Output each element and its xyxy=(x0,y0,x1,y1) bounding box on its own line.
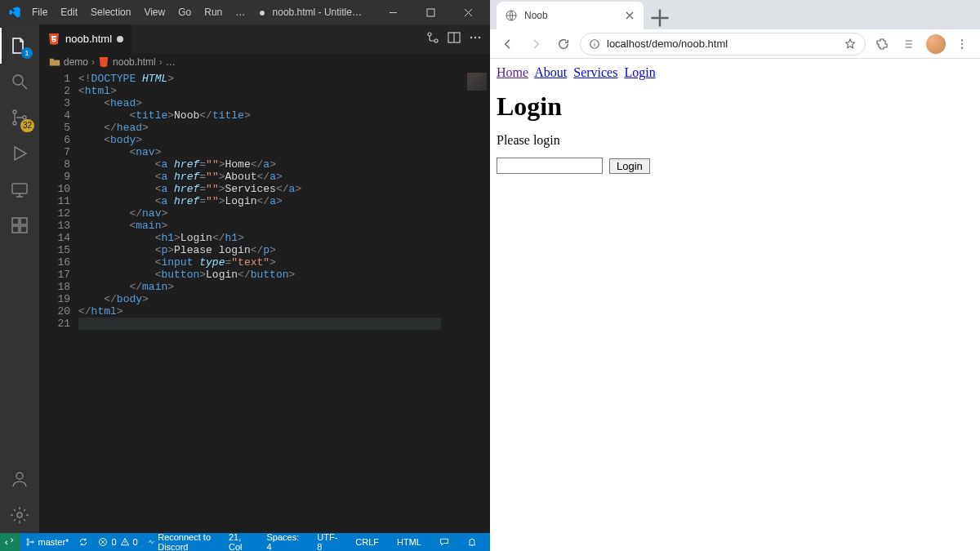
svg-point-16 xyxy=(474,37,476,38)
svg-point-27 xyxy=(961,47,963,48)
status-notifications-icon[interactable] xyxy=(462,537,482,547)
address-url: localhost/demo/noob.html xyxy=(607,38,728,50)
bookmark-star-icon[interactable] xyxy=(844,38,857,51)
menu-view[interactable]: View xyxy=(138,3,171,21)
status-problems[interactable]: 0 0 xyxy=(93,533,142,551)
svg-point-18 xyxy=(26,539,28,540)
profile-avatar[interactable] xyxy=(926,34,946,54)
activity-settings[interactable] xyxy=(0,497,39,533)
svg-point-20 xyxy=(31,541,33,543)
svg-rect-0 xyxy=(427,9,434,16)
vscode-window-controls xyxy=(374,0,487,24)
vscode-editor-group: noob.html demo › noob.html › … xyxy=(39,24,490,533)
split-editor-icon[interactable] xyxy=(448,31,461,47)
chrome-menu-icon[interactable] xyxy=(951,33,973,56)
vscode-main: 1 32 xyxy=(0,24,490,533)
html-file-icon xyxy=(98,56,109,68)
activity-search[interactable] xyxy=(0,64,39,100)
login-input[interactable] xyxy=(497,158,603,174)
login-button[interactable]: Login xyxy=(609,158,650,174)
menu-run[interactable]: Run xyxy=(198,3,228,21)
activity-source-control[interactable]: 32 xyxy=(0,100,39,136)
page-heading: Login xyxy=(497,91,973,122)
status-sync[interactable] xyxy=(74,533,93,551)
svg-point-12 xyxy=(428,33,431,36)
menu-selection[interactable]: Selection xyxy=(85,3,136,21)
page-paragraph: Please login xyxy=(497,133,973,148)
activity-extensions[interactable] xyxy=(0,207,39,243)
svg-point-19 xyxy=(26,544,28,545)
nav-back-button[interactable] xyxy=(497,33,519,56)
menu-edit[interactable]: Edit xyxy=(55,3,83,21)
vscode-window-title: noob.html - Untitled (Workspace) - Visua… xyxy=(252,7,374,18)
svg-point-3 xyxy=(13,122,16,125)
vscode-breadcrumbs[interactable]: demo › noob.html › … xyxy=(39,53,490,71)
status-branch[interactable]: master* xyxy=(20,533,74,551)
activity-scm-badge: 32 xyxy=(20,119,34,132)
close-icon[interactable] xyxy=(624,10,635,21)
svg-rect-9 xyxy=(20,226,27,233)
status-branch-label: master* xyxy=(38,537,69,547)
menu-more[interactable]: … xyxy=(229,3,252,21)
site-info-icon[interactable] xyxy=(589,38,600,50)
nav-link-services[interactable]: Services xyxy=(573,65,617,79)
minimize-button[interactable] xyxy=(374,0,412,24)
vscode-activity-bar: 1 32 xyxy=(0,24,39,533)
vscode-titlebar: FileEditSelectionViewGoRun… noob.html - … xyxy=(0,0,490,24)
more-actions-icon[interactable] xyxy=(469,31,482,47)
new-tab-button[interactable] xyxy=(648,7,671,29)
svg-point-15 xyxy=(470,37,472,38)
extensions-icon[interactable] xyxy=(871,33,893,56)
activity-remote-explorer[interactable] xyxy=(0,171,39,207)
status-discord[interactable]: Reconnect to Discord xyxy=(143,533,224,551)
status-feedback-icon[interactable] xyxy=(434,537,454,547)
status-encoding[interactable]: UTF-8 xyxy=(312,532,342,551)
svg-rect-5 xyxy=(12,184,27,193)
vscode-window-title-text: noob.html - Untitled (Workspace) - Visua… xyxy=(273,7,374,18)
svg-point-2 xyxy=(13,110,16,113)
nav-reload-button[interactable] xyxy=(552,33,575,56)
svg-point-1 xyxy=(13,75,23,85)
status-eol[interactable]: CRLF xyxy=(350,537,384,547)
menu-go[interactable]: Go xyxy=(172,3,197,21)
svg-rect-8 xyxy=(12,226,19,233)
browser-tab-title: Noob xyxy=(524,10,548,21)
nav-link-home[interactable]: Home xyxy=(497,65,528,79)
breadcrumb-more: … xyxy=(166,56,176,68)
activity-run-debug[interactable] xyxy=(0,136,39,171)
nav-link-about[interactable]: About xyxy=(534,65,567,79)
reading-list-icon[interactable] xyxy=(898,33,921,56)
modified-dot-icon xyxy=(260,11,265,16)
activity-account[interactable] xyxy=(0,461,39,497)
vscode-logo-icon xyxy=(8,6,21,19)
activity-explorer-badge: 1 xyxy=(21,47,33,59)
breadcrumb-file: noob.html xyxy=(113,56,156,68)
browser-tab-noob[interactable]: Noob xyxy=(497,2,644,29)
activity-explorer[interactable]: 1 xyxy=(0,28,39,64)
vscode-code-area[interactable]: 123456789101112131415161718192021 <!DOCT… xyxy=(39,71,490,533)
status-errors: 0 xyxy=(111,537,116,547)
html-file-icon xyxy=(47,33,60,46)
svg-rect-6 xyxy=(12,218,19,224)
nav-forward-button[interactable] xyxy=(524,33,547,56)
svg-point-26 xyxy=(961,42,963,44)
vscode-code[interactable]: <!DOCTYPE HTML><html> <head> <title>Noob… xyxy=(78,71,490,533)
modified-dot-icon xyxy=(117,36,123,42)
menu-file[interactable]: File xyxy=(26,3,53,21)
address-bar[interactable]: localhost/demo/noob.html xyxy=(580,33,866,56)
status-language[interactable]: HTML xyxy=(392,537,426,547)
nav-link-login[interactable]: Login xyxy=(624,65,655,79)
editor-tab-actions xyxy=(426,24,490,53)
chrome-toolbar: localhost/demo/noob.html xyxy=(490,29,980,59)
globe-icon xyxy=(505,9,518,22)
vscode-status-bar: master* 0 0 Reconnect to Discord Ln 21, … xyxy=(0,533,490,551)
maximize-button[interactable] xyxy=(412,0,449,24)
chrome-window: Noob localhost/demo/noob.html Home About… xyxy=(490,0,980,551)
editor-tab-noob[interactable]: noob.html xyxy=(39,24,131,53)
editor-tab-label: noob.html xyxy=(65,33,112,45)
vscode-gutter: 123456789101112131415161718192021 xyxy=(39,71,78,533)
close-button[interactable] xyxy=(449,0,487,24)
status-spaces[interactable]: Spaces: 4 xyxy=(262,532,305,551)
status-remote-button[interactable] xyxy=(0,533,20,551)
compare-changes-icon[interactable] xyxy=(426,31,439,47)
